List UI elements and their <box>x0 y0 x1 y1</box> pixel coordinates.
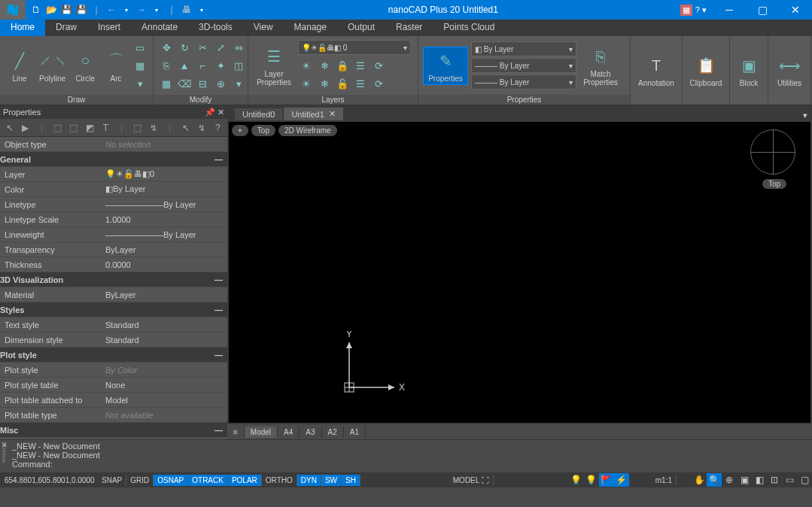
copy-icon[interactable]: ⎘ <box>158 57 175 74</box>
layer-tool-icon[interactable]: ❄ <box>316 57 333 74</box>
offset-icon[interactable]: ◫ <box>230 57 247 74</box>
pt-icon[interactable]: ↖ <box>179 121 192 135</box>
ui-mode-icon[interactable]: ▦ <box>680 5 692 16</box>
scale-button[interactable]: m1:1 <box>652 475 677 486</box>
color-dropdown[interactable]: ◧ By Layer▾ <box>471 41 576 56</box>
viewport-top[interactable]: Top <box>251 125 275 136</box>
prop-lineweight[interactable]: Lineweight———————By Layer <box>0 227 227 242</box>
prop-thickness[interactable]: Thickness0.0000 <box>0 257 227 272</box>
lineweight-dropdown[interactable]: ——— By Layer▾ <box>471 74 576 90</box>
tab-annotate[interactable]: Annotate <box>131 20 188 36</box>
pin-icon[interactable]: 📌 <box>205 108 215 117</box>
minimize-button[interactable]: ─ <box>713 0 746 20</box>
redo-icon[interactable]: → <box>135 4 147 16</box>
block-button[interactable]: ▣Block <box>734 52 763 89</box>
layer-tool-icon[interactable]: 🔒 <box>334 57 351 74</box>
status-polar[interactable]: POLAR <box>228 475 262 486</box>
pt-icon[interactable]: ▶ <box>19 121 32 135</box>
collapse-icon[interactable]: — <box>214 305 223 314</box>
trim-icon[interactable]: ✂ <box>194 39 211 56</box>
view-icon[interactable]: ▢ <box>797 473 812 487</box>
linetype-dropdown[interactable]: ——— By Layer▾ <box>471 58 576 73</box>
layer-tool-icon[interactable]: ❄ <box>316 75 333 92</box>
fillet-icon[interactable]: ⌐ <box>194 57 211 74</box>
layout-tab[interactable]: A2 <box>322 427 344 438</box>
view-icon[interactable]: ▭ <box>782 473 797 487</box>
stretch-icon[interactable]: ⇔ <box>230 39 247 56</box>
save-icon[interactable]: 💾 <box>60 4 72 16</box>
tab-manage[interactable]: Manage <box>284 20 337 36</box>
cmd-close-icon[interactable]: ✕ <box>2 442 8 449</box>
status-otrack[interactable]: OTRACK <box>188 475 228 486</box>
layer-tool-icon[interactable]: ⟳ <box>370 75 387 92</box>
tab-insert[interactable]: Insert <box>87 20 131 36</box>
arc-button[interactable]: ⌒Arc <box>103 47 129 84</box>
tab-points-cloud[interactable]: Points Cloud <box>433 20 505 36</box>
view-icon[interactable]: ⊡ <box>767 473 782 487</box>
maximize-button[interactable]: ▢ <box>746 0 779 20</box>
prop-plot-style-table[interactable]: Plot style tableNone <box>0 378 227 393</box>
orbit-icon[interactable]: ⊕ <box>722 473 737 487</box>
layout-tab[interactable]: A3 <box>300 427 321 438</box>
status-dyn[interactable]: DYN <box>297 475 321 486</box>
bulb-icon[interactable]: 💡 <box>584 473 599 487</box>
layer-tool-icon[interactable]: ⟳ <box>370 57 387 74</box>
print-icon[interactable]: 🖶 <box>181 4 193 16</box>
prop-text-style[interactable]: Text styleStandard <box>0 317 227 332</box>
pt-icon[interactable]: ⬚ <box>131 121 144 135</box>
saveall-icon[interactable]: 💾 <box>75 4 87 16</box>
more-modify-icon[interactable]: ▾ <box>230 75 247 92</box>
annotation-button[interactable]: TAnnotation <box>635 52 677 89</box>
close-button[interactable]: ✕ <box>779 0 812 20</box>
modeltabs-menu-icon[interactable]: ≡ <box>227 427 245 438</box>
new-icon[interactable]: 🗋 <box>30 4 42 16</box>
pt-icon[interactable]: ↯ <box>195 121 208 135</box>
pt-icon[interactable]: ↯ <box>147 121 160 135</box>
tab-view[interactable]: View <box>243 20 284 36</box>
canvas[interactable]: + Top 2D Wireframe Top X Y <box>229 122 810 423</box>
pt-icon[interactable]: T <box>99 121 112 135</box>
break-icon[interactable]: ⊟ <box>194 75 211 92</box>
properties-button[interactable]: ✎Properties <box>423 47 468 85</box>
scale-icon[interactable]: ⤢ <box>212 39 229 56</box>
polyline-button[interactable]: ⟋⟍Polyline <box>38 47 68 84</box>
layer-tool-icon[interactable]: ☀ <box>298 75 315 92</box>
close-panel-icon[interactable]: ✕ <box>217 108 224 117</box>
collapse-icon[interactable]: — <box>214 275 223 284</box>
layer-tool-icon[interactable]: ☰ <box>352 57 369 74</box>
join-icon[interactable]: ⊕ <box>212 75 229 92</box>
tab-home[interactable]: Home <box>0 20 45 36</box>
prop-linetype[interactable]: Linetype———————By Layer <box>0 197 227 212</box>
status-grid[interactable]: GRID <box>126 475 154 486</box>
prop-dimension-style[interactable]: Dimension styleStandard <box>0 332 227 348</box>
layer-dropdown[interactable]: 💡☀🔓🖶◧ 0▾ <box>298 40 411 55</box>
compass-label[interactable]: Top <box>762 179 786 189</box>
utilities-button[interactable]: ⟷Utilities <box>773 52 806 89</box>
status-sw[interactable]: SW <box>321 475 342 486</box>
layer-tool-icon[interactable]: ☰ <box>352 75 369 92</box>
collapse-icon[interactable]: — <box>214 155 223 164</box>
bolt-icon[interactable]: ⚡ <box>614 473 629 487</box>
mirror-icon[interactable]: ▲ <box>176 57 193 74</box>
undo-drop-icon[interactable]: ▾ <box>120 4 132 16</box>
light-icon[interactable]: 💡 <box>569 473 584 487</box>
erase-icon[interactable]: ⌫ <box>176 75 193 92</box>
layout-tab[interactable]: A4 <box>278 427 300 438</box>
layer-properties-button[interactable]: ☰Layer Properties <box>253 43 295 88</box>
app-logo[interactable] <box>0 0 26 20</box>
open-icon[interactable]: 📂 <box>45 4 57 16</box>
view-icon[interactable]: ▣ <box>737 473 752 487</box>
tabs-dropdown-icon[interactable]: ▾ <box>798 111 812 120</box>
rect-icon[interactable]: ▭ <box>132 39 148 56</box>
pt-icon[interactable]: ⬚ <box>51 121 64 135</box>
prop-linetype-scale[interactable]: Linetype Scale1.0000 <box>0 212 227 227</box>
view-compass[interactable] <box>750 129 795 175</box>
layer-tool-icon[interactable]: 🔓 <box>334 75 351 92</box>
redo-drop-icon[interactable]: ▾ <box>151 4 163 16</box>
move-icon[interactable]: ✥ <box>158 39 175 56</box>
more-draw-icon[interactable]: ▾ <box>132 75 148 92</box>
prop-layer[interactable]: Layer💡☀🔓🖶◧0 <box>0 167 227 182</box>
prop-plot-attached[interactable]: Plot table attached toModel <box>0 393 227 408</box>
layout-tab[interactable]: A1 <box>344 427 366 438</box>
pan-icon[interactable]: ✋ <box>692 473 707 487</box>
